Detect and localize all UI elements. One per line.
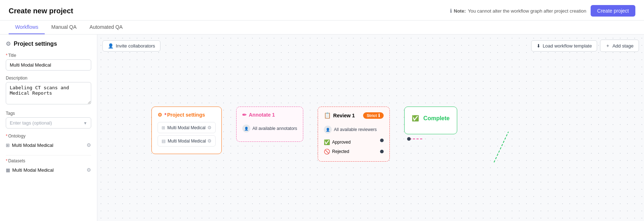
rejected-icon: 🚫 [324, 149, 330, 154]
ontology-icon: ⊞ [6, 143, 10, 148]
description-field-group: Description Labeling CT scans and Medica… [6, 76, 91, 106]
title-label: *Title [6, 53, 91, 58]
datasets-field-group: *Datasets ▦ Multi Modal Medical ⚙ [6, 158, 91, 175]
title-field-group: *Title [6, 53, 91, 71]
rejected-connector-dot [380, 150, 384, 153]
sidebar: ⚙ Project settings *Title Description La… [0, 35, 97, 221]
tab-workflows[interactable]: Workflows [9, 21, 45, 34]
canvas-toolbar: 👤 Invite collaborators ⬇ Load workflow t… [102, 40, 639, 52]
header-right: ℹ Note: You cannot alter the workflow gr… [450, 5, 635, 17]
workflow-canvas: 👤 Invite collaborators ⬇ Load workflow t… [97, 35, 644, 221]
ontology-field-group: *Ontology ⊞ Multi Modal Medical ⚙ [6, 134, 91, 150]
annotate-node-header: ✏ Annotate 1 [242, 112, 297, 118]
settings-icon: ⚙ [6, 40, 11, 47]
project-row-1-settings[interactable]: ⚙ [207, 125, 212, 130]
page-title: Create new project [9, 7, 73, 15]
project-settings-title: *Project settings [164, 112, 205, 118]
review-icon: 📋 [324, 112, 331, 119]
ontology-row: ⊞ Multi Modal Medical ⚙ [6, 140, 91, 150]
canvas-toolbar-right: ⬇ Load workflow template ＋ Add stage [531, 40, 639, 52]
plus-icon: ＋ [605, 42, 610, 49]
tab-manual-qa[interactable]: Manual QA [45, 21, 83, 34]
gear-icon: ⚙ [158, 112, 162, 118]
review-node-header: 📋 Review 1 Strict ℹ [324, 112, 384, 119]
sidebar-title: Project settings [14, 41, 57, 47]
datasets-settings-button[interactable]: ⚙ [87, 167, 91, 173]
check-icon: ✅ [412, 115, 419, 122]
document-icon: ▤ [162, 139, 166, 144]
title-input[interactable] [6, 59, 91, 71]
info-icon: ℹ [450, 8, 452, 14]
ontology-settings-button[interactable]: ⚙ [87, 142, 91, 148]
person-icon: 👤 [108, 43, 114, 49]
approved-connector-dot [380, 139, 384, 142]
annotate-node: ✏ Annotate 1 👤 All available annotators [236, 107, 303, 142]
datasets-label: *Datasets [6, 158, 91, 163]
review-reviewer-row: 👤 All available reviewers [324, 123, 384, 136]
project-row-2: ▤ Multi Modal Medical ⚙ [158, 135, 216, 146]
note-text: You cannot alter the workflow graph afte… [468, 8, 586, 14]
load-workflow-template-button[interactable]: ⬇ Load workflow template [531, 40, 597, 51]
description-label: Description [6, 76, 91, 81]
pencil-icon: ✏ [242, 112, 247, 118]
project-settings-node-header: ⚙ *Project settings [158, 112, 216, 118]
info-icon-badge: ℹ [378, 113, 380, 118]
invite-collaborators-button[interactable]: 👤 Invite collaborators [102, 40, 160, 51]
approved-icon: ✅ [324, 139, 330, 145]
annotate-reviewer-row: 👤 All available annotators [242, 122, 297, 135]
tags-dropdown[interactable]: Enter tags (optional) ▼ [6, 117, 91, 128]
main-layout: ⚙ Project settings *Title Description La… [0, 35, 644, 221]
project-row-2-settings[interactable]: ⚙ [207, 138, 212, 144]
tags-field-group: Tags Enter tags (optional) ▼ [6, 111, 91, 128]
datasets-row: ▦ Multi Modal Medical ⚙ [6, 165, 91, 175]
tab-bar: Workflows Manual QA Automated QA [0, 21, 644, 35]
annotator-avatar: 👤 [242, 125, 250, 132]
dataset-icon: ▦ [6, 167, 10, 173]
ontology-value: Multi Modal Medical [12, 143, 53, 148]
tags-placeholder: Enter tags (optional) [10, 120, 52, 126]
complete-node-header: ✅ Complete [412, 115, 450, 122]
tab-automated-qa[interactable]: Automated QA [83, 21, 129, 34]
svg-line-2 [494, 132, 508, 162]
tags-label: Tags [6, 111, 91, 116]
page-header: Create new project ℹ Note: You cannot al… [0, 0, 644, 21]
add-stage-button[interactable]: ＋ Add stage [600, 40, 639, 52]
workflow-nodes: ⚙ *Project settings ⊞ Multi Modal Medica… [151, 107, 457, 162]
strict-badge: Strict ℹ [363, 112, 384, 119]
approved-row: ✅ Approved [324, 137, 384, 147]
download-icon: ⬇ [537, 43, 541, 49]
chevron-down-icon: ▼ [83, 121, 87, 125]
reviewer-avatar: 👤 [324, 126, 332, 134]
project-row-1: ⊞ Multi Modal Medical ⚙ [158, 122, 216, 133]
review-node: 📋 Review 1 Strict ℹ 👤 All available revi… [318, 107, 390, 162]
description-textarea[interactable]: Labeling CT scans and Medical Reports [6, 82, 91, 104]
sidebar-header: ⚙ Project settings [6, 40, 91, 47]
note-prefix: Note: [454, 8, 466, 14]
ontology-label: *Ontology [6, 134, 91, 139]
stack-icon: ⊞ [162, 125, 165, 130]
project-settings-node: ⚙ *Project settings ⊞ Multi Modal Medica… [151, 107, 222, 154]
create-project-button[interactable]: Create project [591, 5, 635, 17]
complete-node: ✅ Complete [404, 107, 457, 134]
note-box: ℹ Note: You cannot alter the workflow gr… [450, 8, 587, 14]
divider [6, 155, 91, 155]
rejected-row: 🚫 Rejected [324, 147, 384, 156]
datasets-value: Multi Modal Medical [12, 167, 54, 173]
